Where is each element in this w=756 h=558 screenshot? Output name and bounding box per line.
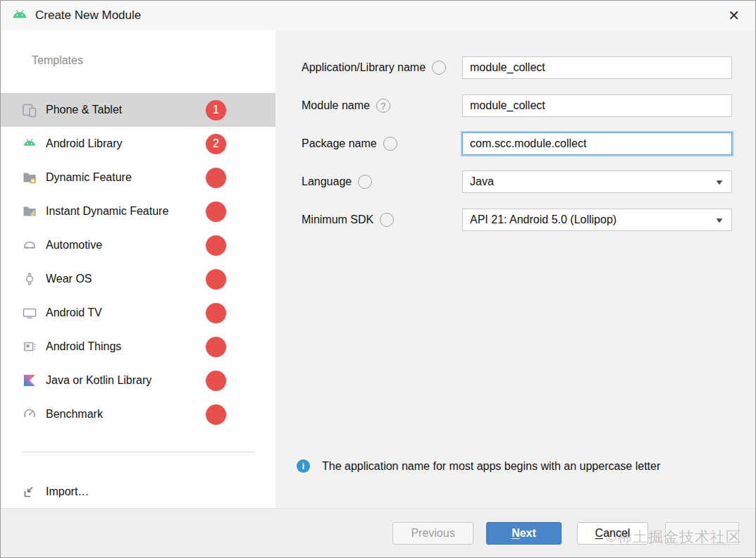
dialog-button-bar: Previous Next Cancel bbox=[1, 508, 755, 557]
info-message-row: i The application name for most apps beg… bbox=[297, 459, 732, 473]
sidebar-item-wear-os[interactable]: Wear OS bbox=[1, 262, 275, 296]
form-row-language: Language Java▼ bbox=[297, 170, 732, 193]
dynamic-feature-icon bbox=[22, 170, 37, 185]
android-tv-icon bbox=[22, 305, 37, 321]
notification-badge bbox=[206, 337, 226, 357]
module-name-input[interactable] bbox=[462, 94, 732, 117]
language-dropdown[interactable]: Java▼ bbox=[462, 170, 732, 193]
templates-sidebar: Templates Phone & Tablet 1 Android Libra… bbox=[1, 30, 275, 508]
sidebar-item-label: Import… bbox=[46, 485, 89, 498]
notification-badge: 1 bbox=[206, 100, 226, 120]
sidebar-divider bbox=[22, 452, 254, 452]
sidebar-header: Templates bbox=[32, 54, 83, 67]
template-list: Phone & Tablet 1 Android Library 2 Dynam… bbox=[1, 93, 275, 431]
help-icon[interactable] bbox=[358, 175, 372, 189]
sidebar-item-label: Phone & Tablet bbox=[46, 104, 122, 116]
next-button[interactable]: Next bbox=[486, 522, 562, 545]
module-form-panel: Application/Library name Module name ? P… bbox=[275, 30, 755, 508]
sidebar-item-label: Dynamic Feature bbox=[46, 171, 132, 184]
sidebar-item-java-or-kotlin-library[interactable]: Java or Kotlin Library bbox=[1, 364, 275, 397]
notification-badge bbox=[206, 168, 226, 188]
android-things-icon bbox=[22, 339, 37, 354]
minimum-sdk-dropdown[interactable]: API 21: Android 5.0 (Lollipop)▼ bbox=[462, 209, 732, 231]
field-label: Language bbox=[302, 175, 352, 188]
notification-badge bbox=[206, 404, 226, 425]
sidebar-item-android-library[interactable]: Android Library 2 bbox=[1, 127, 275, 161]
kotlin-icon bbox=[22, 373, 37, 388]
obscured-button[interactable] bbox=[665, 522, 739, 545]
android-library-icon bbox=[22, 136, 37, 151]
sidebar-item-benchmark[interactable]: Benchmark bbox=[1, 397, 275, 431]
sidebar-item-label: Android Things bbox=[46, 340, 121, 353]
sidebar-item-instant-dynamic-feature[interactable]: Instant Dynamic Feature bbox=[1, 194, 275, 228]
package-name-input[interactable] bbox=[462, 132, 732, 155]
import-icon bbox=[22, 484, 37, 500]
info-icon: i bbox=[297, 459, 310, 473]
automotive-icon bbox=[22, 237, 37, 253]
notification-badge bbox=[206, 303, 226, 323]
sidebar-item-import[interactable]: Import… bbox=[1, 475, 275, 509]
form-row-minimum-sdk: Minimum SDK API 21: Android 5.0 (Lollipo… bbox=[297, 209, 732, 231]
notification-badge bbox=[206, 202, 226, 222]
notification-badge bbox=[206, 371, 226, 391]
notification-badge bbox=[206, 269, 226, 290]
cancel-button[interactable]: Cancel bbox=[577, 522, 648, 545]
help-icon[interactable]: ? bbox=[376, 99, 390, 113]
form-row-package-name: Package name bbox=[297, 132, 732, 155]
notification-badge: 2 bbox=[206, 134, 226, 154]
sidebar-item-phone-tablet[interactable]: Phone & Tablet 1 bbox=[1, 93, 275, 127]
selected-value: Java bbox=[470, 175, 494, 188]
sidebar-item-label: Wear OS bbox=[46, 273, 92, 285]
sidebar-item-label: Benchmark bbox=[46, 408, 103, 421]
field-label: Application/Library name bbox=[302, 61, 426, 74]
sidebar-item-label: Android TV bbox=[46, 306, 102, 319]
chevron-down-icon: ▼ bbox=[714, 216, 725, 224]
sidebar-item-label: Java or Kotlin Library bbox=[46, 374, 151, 387]
info-message-text: The application name for most apps begin… bbox=[322, 460, 660, 473]
android-logo-icon bbox=[11, 10, 28, 22]
close-icon[interactable]: ✕ bbox=[728, 8, 740, 23]
selected-value: API 21: Android 5.0 (Lollipop) bbox=[470, 213, 616, 226]
instant-dynamic-feature-icon bbox=[22, 204, 37, 219]
field-label: Minimum SDK bbox=[302, 213, 373, 226]
help-icon[interactable] bbox=[380, 213, 394, 227]
chevron-down-icon: ▼ bbox=[714, 178, 725, 186]
field-label: Module name bbox=[302, 99, 370, 112]
sidebar-item-android-tv[interactable]: Android TV bbox=[1, 296, 275, 330]
sidebar-item-automotive[interactable]: Automotive bbox=[1, 228, 275, 262]
sidebar-item-label: Automotive bbox=[46, 239, 102, 252]
sidebar-item-label: Instant Dynamic Feature bbox=[46, 205, 168, 218]
help-icon[interactable] bbox=[432, 61, 446, 75]
help-icon[interactable] bbox=[383, 137, 397, 151]
form-row-module-name: Module name ? bbox=[297, 94, 732, 117]
benchmark-icon bbox=[22, 407, 37, 422]
sidebar-item-android-things[interactable]: Android Things bbox=[1, 330, 275, 364]
wear-os-icon bbox=[22, 271, 37, 287]
title-bar: Create New Module ✕ bbox=[1, 1, 755, 30]
phone-tablet-icon bbox=[22, 102, 37, 118]
sidebar-item-label: Android Library bbox=[46, 137, 123, 150]
create-new-module-dialog: Create New Module ✕ Templates Phone & Ta… bbox=[0, 0, 756, 558]
application-library-name-input[interactable] bbox=[462, 56, 732, 79]
sidebar-item-dynamic-feature[interactable]: Dynamic Feature bbox=[1, 161, 275, 194]
dialog-title: Create New Module bbox=[35, 8, 141, 23]
form-row-application-library-name: Application/Library name bbox=[297, 56, 732, 79]
notification-badge bbox=[206, 235, 226, 256]
field-label: Package name bbox=[302, 137, 377, 150]
previous-button[interactable]: Previous bbox=[392, 522, 473, 545]
